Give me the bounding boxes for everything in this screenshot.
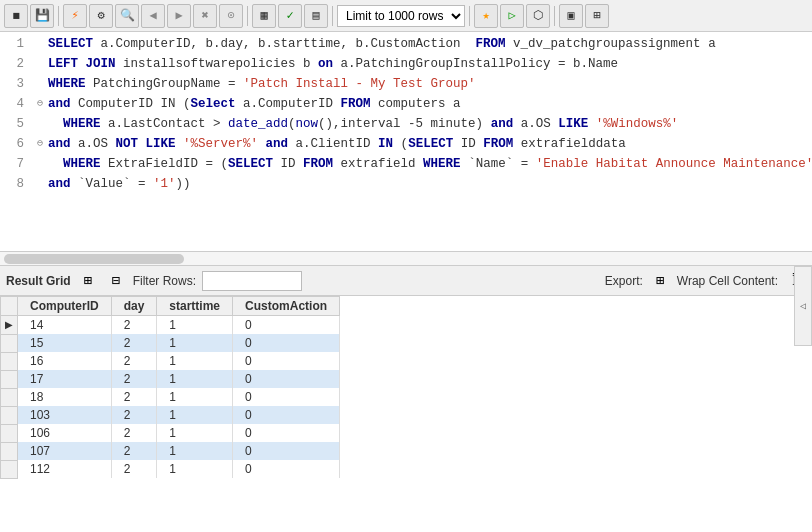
table-row[interactable]: 18210 [1, 388, 340, 406]
search-btn[interactable]: 🔍 [115, 4, 139, 28]
cell-day[interactable]: 2 [111, 316, 157, 335]
line-content[interactable]: and ComputerID IN (Select a.ComputerID F… [48, 94, 812, 114]
line-number: 6 [0, 134, 32, 154]
table-row[interactable]: 17210 [1, 370, 340, 388]
line-number: 5 [0, 114, 32, 134]
col-customaction[interactable]: CustomAction [233, 297, 340, 316]
row-indicator [1, 388, 18, 406]
cell-computerid[interactable]: 112 [18, 460, 112, 478]
cell-day[interactable]: 2 [111, 334, 157, 352]
run-btn[interactable]: ▷ [500, 4, 524, 28]
horizontal-scrollbar[interactable] [0, 252, 812, 266]
fold-icon[interactable]: ⊖ [32, 94, 48, 114]
line-content[interactable]: and `Value` = '1')) [48, 174, 812, 194]
sep3 [332, 6, 333, 26]
stop-btn[interactable]: ✖ [193, 4, 217, 28]
cell-computerid[interactable]: 18 [18, 388, 112, 406]
plugin-btn[interactable]: ⬡ [526, 4, 550, 28]
result-grid[interactable]: ComputerID day starttime CustomAction ▶1… [0, 296, 812, 532]
star-btn[interactable]: ★ [474, 4, 498, 28]
cell-computerid[interactable]: 17 [18, 370, 112, 388]
grid-btn[interactable]: ▦ [252, 4, 276, 28]
refresh-btn[interactable]: ⊙ [219, 4, 243, 28]
cell-computerid[interactable]: 107 [18, 442, 112, 460]
line-content[interactable]: WHERE ExtraFieldID = (SELECT ID FROM ext… [48, 154, 812, 174]
line-content[interactable]: SELECT a.ComputerID, b.day, b.starttime,… [48, 34, 812, 54]
export-label: Export: [605, 274, 643, 288]
cell-customaction[interactable]: 0 [233, 388, 340, 406]
cell-starttime[interactable]: 1 [157, 388, 233, 406]
editor-line: 8and `Value` = '1')) [0, 174, 812, 194]
cell-starttime[interactable]: 1 [157, 460, 233, 478]
line-content[interactable]: WHERE PatchingGroupName = 'Patch Install… [48, 74, 812, 94]
settings-btn[interactable]: ⚙ [89, 4, 113, 28]
fold-icon[interactable]: ⊖ [32, 134, 48, 154]
cell-day[interactable]: 2 [111, 424, 157, 442]
list-btn[interactable]: ▤ [304, 4, 328, 28]
extra-btn[interactable]: ⊞ [585, 4, 609, 28]
limit-select[interactable]: Limit to 1000 rows [337, 5, 465, 27]
cell-customaction[interactable]: 0 [233, 316, 340, 335]
cell-customaction[interactable]: 0 [233, 442, 340, 460]
cell-computerid[interactable]: 14 [18, 316, 112, 335]
editor-line: 6⊖and a.OS NOT LIKE '%Server%' and a.Cli… [0, 134, 812, 154]
cell-day[interactable]: 2 [111, 442, 157, 460]
cell-customaction[interactable]: 0 [233, 406, 340, 424]
line-content[interactable]: and a.OS NOT LIKE '%Server%' and a.Clien… [48, 134, 812, 154]
table-row[interactable]: 106210 [1, 424, 340, 442]
result-grid-tab[interactable]: Result Grid [6, 274, 71, 288]
cell-starttime[interactable]: 1 [157, 334, 233, 352]
table-row[interactable]: 112210 [1, 460, 340, 478]
line-number: 3 [0, 74, 32, 94]
col-day[interactable]: day [111, 297, 157, 316]
grid-view-btn[interactable]: ⊞ [77, 270, 99, 292]
hscroll-track[interactable] [4, 254, 184, 264]
line-content[interactable]: WHERE a.LastContact > date_add(now(),int… [48, 114, 812, 134]
table-row[interactable]: 107210 [1, 442, 340, 460]
cell-computerid[interactable]: 106 [18, 424, 112, 442]
form-view-btn[interactable]: ⊟ [105, 270, 127, 292]
line-content[interactable]: LEFT JOIN installsoftwarepolicies b on a… [48, 54, 812, 74]
cell-computerid[interactable]: 16 [18, 352, 112, 370]
cell-starttime[interactable]: 1 [157, 424, 233, 442]
cell-starttime[interactable]: 1 [157, 406, 233, 424]
col-computerid[interactable]: ComputerID [18, 297, 112, 316]
editor-line: 7 WHERE ExtraFieldID = (SELECT ID FROM e… [0, 154, 812, 174]
filter-input[interactable] [202, 271, 302, 291]
right-panel-toggle[interactable]: ◁ [794, 266, 812, 346]
cell-customaction[interactable]: 0 [233, 352, 340, 370]
cell-day[interactable]: 2 [111, 406, 157, 424]
back-btn[interactable]: ◀ [141, 4, 165, 28]
table-row[interactable]: 16210 [1, 352, 340, 370]
table-btn[interactable]: ▣ [559, 4, 583, 28]
cell-customaction[interactable]: 0 [233, 460, 340, 478]
cell-customaction[interactable]: 0 [233, 334, 340, 352]
new-file-btn[interactable]: ◼ [4, 4, 28, 28]
cell-starttime[interactable]: 1 [157, 370, 233, 388]
editor-line: 5 WHERE a.LastContact > date_add(now(),i… [0, 114, 812, 134]
export-btn[interactable]: ⊞ [649, 270, 671, 292]
cell-day[interactable]: 2 [111, 370, 157, 388]
cell-day[interactable]: 2 [111, 460, 157, 478]
cell-day[interactable]: 2 [111, 352, 157, 370]
cell-day[interactable]: 2 [111, 388, 157, 406]
sql-editor[interactable]: 1SELECT a.ComputerID, b.day, b.starttime… [0, 32, 812, 252]
cell-customaction[interactable]: 0 [233, 424, 340, 442]
table-row[interactable]: 15210 [1, 334, 340, 352]
execute-btn[interactable]: ⚡ [63, 4, 87, 28]
table-row[interactable]: 103210 [1, 406, 340, 424]
cell-starttime[interactable]: 1 [157, 316, 233, 335]
col-starttime[interactable]: starttime [157, 297, 233, 316]
cell-computerid[interactable]: 15 [18, 334, 112, 352]
cell-starttime[interactable]: 1 [157, 352, 233, 370]
cell-starttime[interactable]: 1 [157, 442, 233, 460]
table-row[interactable]: ▶14210 [1, 316, 340, 335]
save-btn[interactable]: 💾 [30, 4, 54, 28]
line-number: 8 [0, 174, 32, 194]
cell-customaction[interactable]: 0 [233, 370, 340, 388]
check-btn[interactable]: ✓ [278, 4, 302, 28]
cell-computerid[interactable]: 103 [18, 406, 112, 424]
forward-btn[interactable]: ▶ [167, 4, 191, 28]
row-indicator [1, 460, 18, 478]
editor-line: 1SELECT a.ComputerID, b.day, b.starttime… [0, 34, 812, 54]
